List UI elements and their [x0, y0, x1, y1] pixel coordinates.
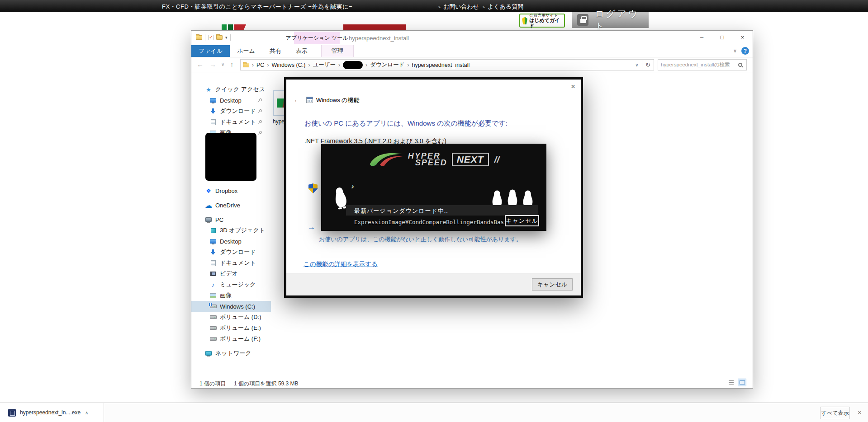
sidebar-item-label: ダウンロード — [220, 107, 256, 115]
minimize-button[interactable]: – — [692, 31, 712, 44]
window-controls: – □ × — [692, 31, 753, 44]
downloaded-file-chip[interactable]: hyperspeednext_in....exe ∧ — [0, 403, 104, 422]
download-status-text: 最新バージョンダウンロード中.. — [354, 207, 448, 215]
sidebar-item-ビデオ[interactable]: ビデオ — [191, 268, 271, 279]
pin-icon — [259, 98, 262, 102]
expand-ribbon-icon[interactable]: ∨ — [733, 48, 737, 54]
sidebar-item-label: Desktop — [220, 238, 242, 245]
sidebar-item-ダウンロード[interactable]: ダウンロード — [191, 247, 271, 258]
feature-details-link[interactable]: この機能の詳細を表示する — [304, 260, 378, 268]
pictures-icon — [209, 293, 218, 298]
up-icon[interactable]: ↑ — [230, 61, 234, 68]
sidebar-item-ボリューム (D:)[interactable]: ボリューム (D:) — [191, 312, 271, 323]
thumbnail-view-button[interactable] — [738, 379, 746, 386]
folder-icon[interactable] — [196, 35, 202, 40]
breadcrumb-segment[interactable]: Windows (C:) — [271, 62, 305, 68]
ribbon-tabs: ファイルホーム共有表示管理 — [191, 45, 753, 57]
chevron-right-icon: ＞ — [481, 4, 486, 9]
sidebar-item-label: ボリューム (E:) — [220, 324, 261, 332]
ribbon-tab-ファイル[interactable]: ファイル — [191, 45, 230, 57]
site-logo-fragment — [222, 24, 246, 30]
faq-link[interactable]: ＞よくある質問 — [481, 3, 523, 11]
hyperspeed-logo: HYPER SPEED NEXT // — [321, 151, 546, 168]
sidebar-item-label: ネットワーク — [215, 349, 251, 357]
quick-access-icon: ★ — [204, 87, 213, 93]
close-download-bar-icon[interactable]: × — [858, 408, 862, 416]
breadcrumb: ›PC›Windows (C:)›ユーザー››ダウンロード›hyperspeed… — [241, 61, 632, 69]
address-dropdown-icon[interactable]: ∨ — [632, 62, 642, 67]
toolbar-separator — [205, 34, 205, 41]
forward-icon[interactable]: → — [209, 61, 216, 68]
sidebar-item-ボリューム (E:)[interactable]: ボリューム (E:) — [191, 323, 271, 333]
music-icon: ♪ — [209, 282, 218, 288]
objects3d-icon — [209, 228, 218, 233]
history-dropdown-icon[interactable]: ∨ — [221, 62, 224, 67]
installer-cancel-button[interactable]: キャンセル — [505, 215, 539, 226]
contact-link[interactable]: ＞お問い合わせ — [437, 3, 479, 11]
back-icon[interactable]: ← — [197, 61, 204, 68]
breadcrumb-field[interactable]: ›PC›Windows (C:)›ユーザー››ダウンロード›hyperspeed… — [240, 59, 654, 70]
redacted-sidebar-block — [191, 138, 271, 185]
desktop-icon — [209, 98, 218, 103]
ribbon-tab-ホーム[interactable]: ホーム — [230, 45, 262, 57]
sidebar-item-ネットワーク[interactable]: ネットワーク — [191, 348, 271, 359]
close-icon[interactable]: × — [571, 82, 575, 91]
dialog-footer: キャンセル — [286, 273, 581, 295]
sidebar-item-Desktop[interactable]: Desktop — [191, 95, 271, 106]
customize-toolbar-icon[interactable]: ▾ — [225, 36, 228, 40]
sidebar-item-ボリューム (F:)[interactable]: ボリューム (F:) — [191, 333, 271, 344]
properties-icon[interactable] — [208, 35, 213, 40]
thumbnail-view-icon — [740, 380, 745, 384]
sidebar-item-Dropbox[interactable]: ❖Dropbox — [191, 185, 271, 196]
breadcrumb-segment[interactable]: ユーザー — [313, 61, 336, 69]
sidebar-item-Desktop[interactable]: Desktop — [191, 236, 271, 247]
breadcrumb-segment[interactable]: hyperspeednext_install — [412, 62, 470, 68]
logout-button[interactable]: ログアウト — [572, 12, 649, 28]
drive-icon — [209, 315, 218, 319]
maximize-button[interactable]: □ — [712, 31, 732, 44]
sidebar-item-label: ドキュメント — [220, 259, 256, 267]
new-folder-icon[interactable] — [216, 35, 223, 40]
site-top-bar: FX・CFD・証券取引のことならマネーパートナーズ −外為を誠実に− ＞お問い合… — [0, 0, 868, 12]
ribbon-tab-共有[interactable]: 共有 — [262, 45, 289, 57]
sidebar-item-label: ビデオ — [220, 270, 238, 278]
show-all-downloads-button[interactable]: すべて表示 — [820, 407, 850, 419]
sidebar-item-ドキュメント[interactable]: ドキュメント — [191, 117, 271, 127]
download-icon — [209, 108, 218, 114]
close-button[interactable]: × — [732, 31, 753, 44]
sidebar-item-ドキュメント[interactable]: ドキュメント — [191, 258, 271, 268]
refresh-icon[interactable]: ↻ — [642, 60, 654, 70]
pin-icon — [259, 131, 262, 134]
downloaded-filename: hyperspeednext_in....exe — [20, 409, 81, 416]
hyperspeed-logo-swoosh — [368, 151, 403, 168]
sidebar-item-PC[interactable]: PC — [191, 214, 271, 225]
pin-icon — [259, 109, 262, 113]
logo-slashes: // — [494, 154, 500, 165]
chevron-right-icon: ＞ — [437, 4, 442, 9]
ribbon-tab-管理[interactable]: 管理 — [321, 45, 354, 57]
chevron-up-icon[interactable]: ∧ — [85, 410, 88, 415]
search-input[interactable]: hyperspeednext_installの検索 — [658, 59, 747, 70]
sidebar-item-ミュージック[interactable]: ♪ミュージック — [191, 279, 271, 290]
sidebar-item-3D オブジェクト[interactable]: 3D オブジェクト — [191, 225, 271, 236]
sidebar-item-OneDrive[interactable]: ☁OneDrive — [191, 200, 271, 211]
sidebar-item-画像[interactable]: 画像 — [191, 290, 271, 301]
breadcrumb-segment[interactable]: PC — [256, 62, 264, 68]
logo-next-text: NEXT — [452, 153, 489, 166]
help-icon[interactable]: ? — [741, 47, 749, 55]
cancel-button[interactable]: キャンセル — [532, 278, 573, 291]
sidebar-item-ダウンロード[interactable]: ダウンロード — [191, 106, 271, 117]
sidebar-item-label: ダウンロード — [220, 248, 256, 256]
breadcrumb-separator-icon: › — [364, 62, 369, 68]
ribbon-tab-表示[interactable]: 表示 — [289, 45, 315, 57]
back-icon[interactable]: ← — [294, 96, 301, 104]
details-view-button[interactable] — [727, 379, 735, 386]
sidebar-item-クイック アクセス[interactable]: ★クイック アクセス — [191, 84, 271, 95]
beginner-guide-badge[interactable]: 会員専用サイト はじめてガイド — [519, 14, 565, 28]
toolbar-separator — [230, 34, 231, 41]
logo-speed-text: SPEED — [415, 159, 447, 166]
breadcrumb-segment[interactable]: ダウンロード — [370, 61, 404, 69]
dropbox-icon: ❖ — [204, 188, 213, 194]
sidebar-item-Windows (C:)[interactable]: Windows (C:) — [191, 301, 271, 312]
breadcrumb-separator-icon: › — [337, 62, 342, 68]
